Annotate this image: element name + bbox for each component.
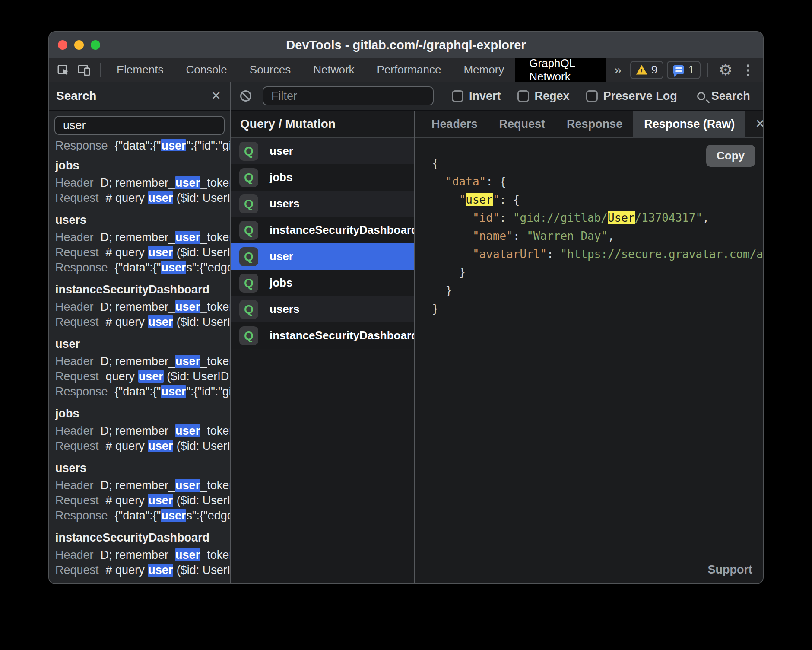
search-result-line[interactable]: Request# query user ($id: UserID — [55, 493, 230, 508]
settings-gear-icon[interactable]: ⚙ — [713, 62, 739, 78]
tab-sources[interactable]: Sources — [238, 58, 302, 82]
query-list-item[interactable]: Qusers — [231, 296, 414, 322]
devtools-toolbar: ElementsConsoleSourcesNetworkPerformance… — [49, 58, 763, 82]
search-result-group-title[interactable]: user — [55, 337, 230, 351]
close-window-button[interactable] — [58, 40, 67, 50]
text-segment: user — [175, 479, 200, 492]
checkbox-box[interactable] — [452, 90, 463, 102]
warnings-badge[interactable]: ! 9 — [630, 61, 663, 79]
query-list-item[interactable]: Qjobs — [231, 270, 414, 296]
tab-performance[interactable]: Performance — [366, 58, 453, 82]
text-segment: user — [148, 191, 173, 204]
toolbar-divider — [100, 63, 101, 77]
copy-button[interactable]: Copy — [706, 145, 755, 167]
text-segment: { — [432, 157, 439, 170]
partial-search-result[interactable]: Response{"data":{"user":{"id":"gid — [55, 138, 230, 151]
query-list-item[interactable]: QinstanceSecurityDashboard — [231, 322, 414, 349]
response-tab-response-raw[interactable]: Response (Raw) — [633, 111, 745, 138]
response-raw-viewer: Copy { "data": { "user": { "id": "gid://… — [415, 138, 763, 583]
query-list: QuserQjobsQusersQinstanceSecurityDashboa… — [231, 138, 414, 583]
search-result-line[interactable]: HeaderD; remember_user_token=ey — [55, 175, 230, 191]
kebab-menu-icon[interactable]: ⋮ — [739, 62, 763, 78]
messages-badge[interactable]: 1 — [667, 61, 700, 79]
text-segment: user — [161, 509, 186, 522]
more-tabs-icon[interactable]: » — [606, 63, 630, 77]
tab-console[interactable]: Console — [174, 58, 238, 82]
minimize-window-button[interactable] — [74, 40, 84, 50]
filter-input[interactable] — [263, 86, 434, 105]
device-toolbar-icon[interactable] — [77, 63, 92, 77]
search-input[interactable] — [54, 116, 225, 135]
tab-memory[interactable]: Memory — [452, 58, 515, 82]
warning-icon: ! — [636, 65, 647, 75]
response-tab-headers[interactable]: Headers — [421, 111, 488, 138]
result-line-label: Header — [55, 355, 94, 368]
text-segment: ":{"id":"gid — [186, 139, 230, 151]
response-tab-request[interactable]: Request — [488, 111, 556, 138]
search-result-group-title[interactable]: users — [55, 461, 230, 475]
text-segment: "Warren Day" — [527, 229, 608, 242]
result-line-label: Request — [55, 315, 99, 328]
text-segment: "gid://gitlab/ — [513, 211, 608, 224]
checkbox-preserve-log[interactable]: Preserve Log — [586, 89, 677, 103]
tab-network[interactable]: Network — [302, 58, 365, 82]
search-result-line[interactable]: HeaderD; remember_user_token=ey — [55, 230, 230, 245]
search-result-line[interactable]: Request# query user ($id: UserID — [55, 315, 230, 330]
checkbox-regex[interactable]: Regex — [517, 89, 570, 103]
close-detail-icon[interactable]: ✕ — [755, 118, 764, 130]
zoom-window-button[interactable] — [91, 40, 100, 50]
result-line-label: Header — [55, 548, 94, 561]
search-result-group-title[interactable]: jobs — [55, 406, 230, 421]
query-list-item[interactable]: Quser — [231, 138, 414, 164]
text-segment: ($id: UserID — [173, 315, 230, 328]
search-result-line[interactable]: Response{"data":{"user":{"id":"gid — [55, 384, 230, 399]
query-type-icon: Q — [239, 274, 258, 293]
query-label: users — [270, 197, 299, 210]
search-result-line[interactable]: Response{"data":{"users":{"edges" — [55, 260, 230, 275]
query-list-item[interactable]: QinstanceSecurityDashboard — [231, 217, 414, 243]
json-line: "id": "gid://gitlab/User/13704317", — [432, 209, 763, 227]
search-result-line[interactable]: HeaderD; remember_user_token=ey — [55, 300, 230, 315]
checkbox-box[interactable] — [586, 90, 598, 102]
search-result-group-title[interactable]: users — [55, 213, 230, 227]
text-segment: user — [175, 548, 200, 561]
checkbox-box[interactable] — [517, 90, 529, 102]
search-result-group-title[interactable]: jobs — [55, 158, 230, 173]
text-segment: D; remember_ — [101, 479, 175, 492]
message-count: 1 — [688, 63, 694, 76]
text-segment: # query — [106, 246, 148, 259]
query-list-item[interactable]: Qjobs — [231, 164, 414, 191]
checkbox-invert[interactable]: Invert — [452, 89, 501, 103]
search-result-group-title[interactable]: instanceSecurityDashboard — [55, 530, 230, 545]
search-result-line[interactable]: Request# query user ($id: UserID — [55, 191, 230, 206]
text-segment: user — [161, 139, 186, 151]
text-segment: {"data":{" — [115, 385, 161, 398]
text-segment: /13704317" — [635, 211, 703, 224]
search-result-line[interactable]: Request# query user ($id: UserID — [55, 439, 230, 454]
search-result-line[interactable]: HeaderD; remember_user_token=ey — [55, 424, 230, 439]
result-line-label: Header — [55, 300, 94, 313]
text-segment: user — [138, 370, 164, 383]
query-list-item[interactable]: Quser — [231, 243, 414, 270]
query-list-item[interactable]: Qusers — [231, 191, 414, 217]
response-tab-response[interactable]: Response — [556, 111, 633, 138]
search-result-line[interactable]: Response{"data":{"users":{"edges" — [55, 508, 230, 523]
text-segment: _token=ey — [200, 231, 230, 244]
tab-elements[interactable]: Elements — [105, 58, 174, 82]
text-segment: D; remember_ — [101, 548, 175, 561]
search-result-line[interactable]: Request# query user ($id: UserID — [55, 563, 230, 578]
search-result-line[interactable]: Request# query user ($id: UserID — [55, 245, 230, 260]
close-search-panel-icon[interactable]: ✕ — [211, 90, 221, 102]
search-result-line[interactable]: Requestquery user ($id: UserID — [55, 369, 230, 384]
result-line-label: Header — [55, 479, 94, 492]
search-result-line[interactable]: HeaderD; remember_user_token=ey — [55, 354, 230, 369]
filter-search-button[interactable]: Search — [697, 89, 750, 103]
clear-requests-icon[interactable] — [240, 90, 251, 102]
support-link[interactable]: Support — [708, 563, 752, 577]
inspect-element-icon[interactable] — [56, 63, 71, 77]
tab-graphql-network[interactable]: GraphQL Network — [515, 58, 606, 82]
search-result-line[interactable]: HeaderD; remember_user_token=ey — [55, 478, 230, 493]
search-result-line[interactable]: HeaderD; remember_user_token=ey — [55, 548, 230, 563]
query-label: users — [270, 303, 299, 316]
search-result-group-title[interactable]: instanceSecurityDashboard — [55, 282, 230, 297]
